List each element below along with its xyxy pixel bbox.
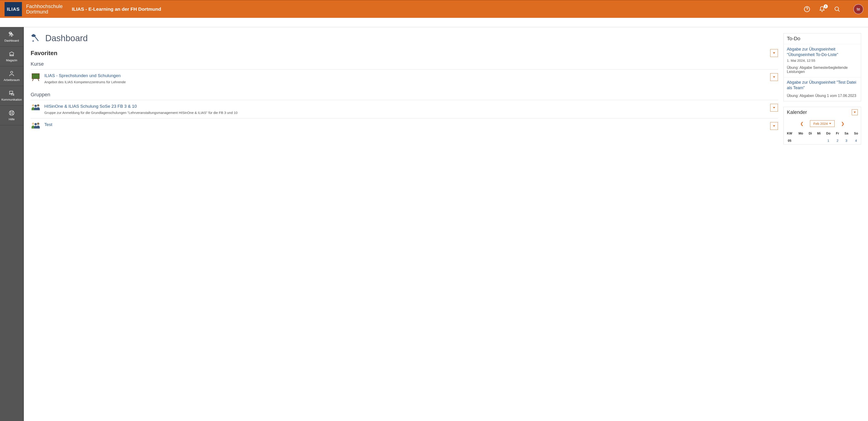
svg-marker-28 (773, 125, 775, 127)
calendar-table: KW Mo Di Mi Do Fr Sa So 05 (784, 130, 861, 144)
calendar-next-button[interactable]: ❯ (841, 121, 844, 126)
group-item: Test (31, 118, 778, 133)
sidebar-item-dashboard[interactable]: Dashboard (0, 27, 23, 47)
sidebar-item-magazin[interactable]: Magazin (0, 47, 23, 66)
cal-day[interactable]: 3 (842, 137, 851, 144)
page-title: Dashboard (45, 33, 88, 43)
logo[interactable]: ILIAS (5, 2, 22, 16)
svg-line-3 (838, 10, 840, 12)
svg-point-27 (37, 123, 39, 125)
sidebar-item-label: Arbeitsraum (4, 78, 20, 82)
svg-point-8 (10, 71, 12, 73)
group-icon (31, 104, 41, 111)
group-actions-button[interactable] (770, 104, 778, 112)
svg-point-26 (34, 123, 37, 125)
cal-weekday: Sa (842, 130, 851, 137)
svg-point-1 (807, 10, 807, 11)
courses-heading: Kurse (31, 61, 778, 67)
calendar-month-label: Feb 2024 (813, 122, 828, 125)
sidebar-item-label: Kommunikation (1, 98, 22, 101)
sidebar-item-hilfe[interactable]: Hilfe (0, 106, 23, 125)
calendar-nav: ❮ Feb 2024 ❯ (784, 118, 861, 130)
sidebar-item-label: Magazin (6, 59, 17, 62)
svg-point-10 (10, 112, 12, 114)
sidebar-item-label: Dashboard (4, 39, 19, 42)
svg-marker-24 (773, 107, 775, 109)
todo-meta-value: Abgaben Übung 1 vom 17.06.2023 (800, 94, 856, 98)
calendar-actions-button[interactable] (852, 109, 858, 115)
todo-heading: To-Do (787, 36, 800, 41)
cal-day[interactable]: 4 (851, 137, 861, 144)
course-item: ILIAS - Sprechstunden und Schulungen Ang… (31, 69, 778, 88)
todo-link[interactable]: Abgabe zur Übungseinheit "Test Datei als… (787, 80, 858, 91)
course-icon (31, 73, 41, 82)
svg-marker-29 (854, 112, 856, 113)
groups-heading: Gruppen (31, 92, 778, 98)
sidebar: Dashboard Magazin Arbeitsraum Kommunikat… (0, 27, 24, 421)
calendar-month-button[interactable]: Feb 2024 (810, 120, 835, 127)
header-actions: 1 te (804, 4, 863, 14)
todo-item: Abgabe zur Übungseinheit "Übungseinheit … (784, 44, 861, 77)
todo-meta-label: Übung: (787, 94, 799, 98)
svg-point-23 (37, 104, 39, 107)
group-actions-button[interactable] (770, 122, 778, 130)
svg-rect-17 (32, 73, 39, 79)
notifications-icon[interactable]: 1 (818, 6, 826, 12)
cal-weekday: Fr (833, 130, 841, 137)
svg-marker-16 (773, 52, 775, 54)
course-title-link[interactable]: ILIAS - Sprechstunden und Schulungen (44, 73, 767, 78)
cal-day[interactable]: 2 (833, 137, 841, 144)
todo-panel: To-Do Abgabe zur Übungseinheit "Übungsei… (783, 33, 861, 101)
group-title-link[interactable]: Test (44, 122, 767, 127)
cal-day[interactable]: 1 (823, 137, 833, 144)
todo-date: 1. Mai 2024, 12:55 (787, 59, 858, 62)
sidebar-item-arbeitsraum[interactable]: Arbeitsraum (0, 66, 23, 86)
svg-line-11 (10, 111, 11, 112)
group-item: HISinOne & ILIAS Schulung SoSe 23 FB 3 &… (31, 100, 778, 118)
svg-point-2 (835, 7, 839, 10)
course-actions-button[interactable] (770, 73, 778, 81)
svg-line-12 (12, 114, 14, 115)
institution-line2: Dortmund (26, 9, 63, 14)
group-desc: Gruppe zur Anmeldung für die Grundlagens… (44, 111, 767, 115)
cal-day[interactable] (814, 137, 824, 144)
todo-meta: Übung: Abgaben Übung 1 vom 17.06.2023 (787, 94, 858, 98)
calendar-heading: Kalender (787, 109, 807, 115)
svg-line-19 (38, 79, 39, 81)
cal-weekday: KW (784, 130, 796, 137)
cal-day[interactable] (806, 137, 814, 144)
cal-weekday: So (851, 130, 861, 137)
todo-item: Abgabe zur Übungseinheit "Test Datei als… (784, 77, 861, 101)
header-title: ILIAS - E-Learning an der FH Dortmund (72, 6, 161, 12)
cal-weekday: Do (823, 130, 833, 137)
svg-point-15 (32, 34, 36, 37)
course-desc: Angebot des ILIAS Kompetenzzentrums für … (44, 80, 767, 84)
main-content: Dashboard Favoriten Kurse ILIAS - Sprech… (31, 33, 778, 415)
group-title-link[interactable]: HISinOne & ILIAS Schulung SoSe 23 FB 3 &… (44, 104, 767, 109)
help-icon[interactable] (804, 6, 810, 12)
calendar-row: 05 1 2 3 4 (784, 137, 861, 144)
svg-marker-30 (829, 123, 831, 124)
sidebar-item-kommunikation[interactable]: Kommunikation (0, 86, 23, 106)
svg-line-18 (32, 79, 33, 81)
cal-day[interactable] (796, 137, 806, 144)
favorites-actions-button[interactable] (770, 49, 778, 57)
search-icon[interactable] (834, 6, 841, 12)
sidebar-item-label: Hilfe (9, 118, 14, 121)
todo-link[interactable]: Abgabe zur Übungseinheit "Übungseinheit … (787, 47, 858, 58)
header: ILIAS Fachhochschule Dortmund ILIAS - E-… (0, 0, 868, 18)
todo-meta: Übung: Abgabe Semesterbegleitende Leistu… (787, 66, 858, 74)
svg-line-14 (12, 111, 14, 112)
institution-line1: Fachhochschule (26, 4, 63, 9)
svg-point-22 (34, 105, 37, 107)
right-column: To-Do Abgabe zur Übungseinheit "Übungsei… (783, 33, 861, 415)
cal-weekday: Di (806, 130, 814, 137)
cal-week-num: 05 (784, 137, 796, 144)
calendar-prev-button[interactable]: ❮ (800, 121, 804, 126)
institution-name: Fachhochschule Dortmund (26, 4, 63, 14)
svg-line-13 (10, 114, 11, 115)
svg-point-25 (32, 123, 34, 125)
avatar[interactable]: te (854, 4, 863, 14)
favorites-heading: Favoriten (31, 50, 57, 57)
notification-badge: 1 (824, 4, 828, 8)
